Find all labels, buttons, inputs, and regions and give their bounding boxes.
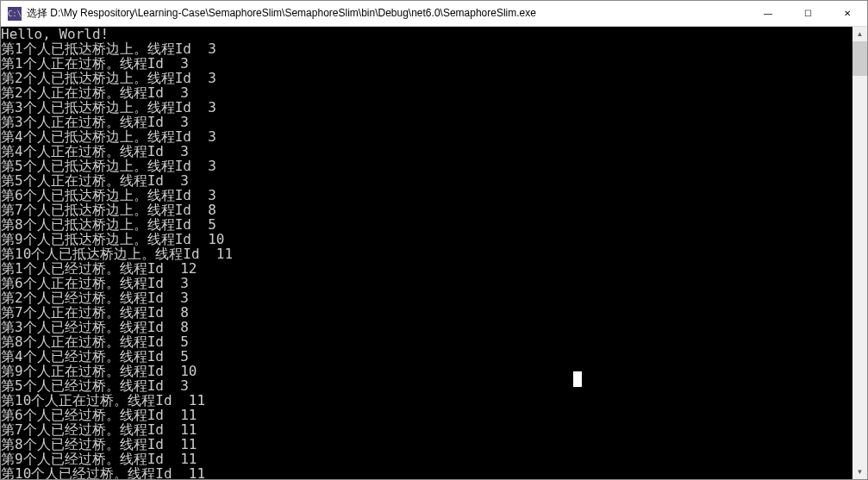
console-line: 第10个人已经过桥。线程Id 11 [1, 466, 852, 479]
titlebar[interactable]: C:\ 选择 D:\My Respository\Learning-Case\S… [1, 1, 867, 27]
console-line: 第5个人正在过桥。线程Id 3 [1, 173, 852, 188]
scroll-down-arrow-icon[interactable]: ▼ [852, 464, 867, 479]
console-line: Hello, World! [1, 27, 852, 41]
window-controls: — ☐ ✕ [748, 1, 867, 26]
minimize-button[interactable]: — [748, 1, 788, 26]
console-line: 第7个人已抵达桥边上。线程Id 8 [1, 203, 852, 217]
console-line: 第9个人已抵达桥边上。线程Id 10 [1, 232, 852, 246]
console-line: 第4个人已经过桥。线程Id 5 [1, 349, 852, 364]
console-line: 第3个人正在过桥。线程Id 3 [1, 115, 852, 129]
console-line: 第7个人已经过桥。线程Id 11 [1, 422, 852, 437]
app-icon: C:\ [8, 7, 22, 21]
console-line: 第9个人正在过桥。线程Id 10 [1, 364, 852, 378]
console-line: 第10个人已抵达桥边上。线程Id 11 [1, 246, 852, 261]
console-output[interactable]: Hello, World!第1个人已抵达桥边上。线程Id 3第1个人正在过桥。线… [1, 27, 852, 479]
console-line: 第9个人已经过桥。线程Id 11 [1, 452, 852, 466]
console-line: 第2个人已经过桥。线程Id 3 [1, 290, 852, 305]
console-line: 第1个人已经过桥。线程Id 12 [1, 261, 852, 276]
scroll-up-arrow-icon[interactable]: ▲ [852, 27, 867, 41]
scrollbar-thumb[interactable] [852, 41, 867, 76]
console-line: 第6个人正在过桥。线程Id 3 [1, 276, 852, 290]
console-line: 第1个人正在过桥。线程Id 3 [1, 56, 852, 71]
console-line: 第3个人已经过桥。线程Id 8 [1, 320, 852, 334]
console-line: 第2个人已抵达桥边上。线程Id 3 [1, 71, 852, 85]
console-line: 第6个人已经过桥。线程Id 11 [1, 408, 852, 422]
window-title: 选择 D:\My Respository\Learning-Case\Semap… [27, 6, 748, 21]
console-line: 第4个人已抵达桥边上。线程Id 3 [1, 129, 852, 144]
console-line: 第3个人已抵达桥边上。线程Id 3 [1, 100, 852, 115]
maximize-button[interactable]: ☐ [788, 1, 827, 26]
console-line: 第7个人正在过桥。线程Id 8 [1, 305, 852, 320]
console-line: 第1个人已抵达桥边上。线程Id 3 [1, 41, 852, 56]
selection-cursor [573, 371, 582, 387]
vertical-scrollbar[interactable]: ▲ ▼ [852, 27, 867, 479]
console-line: 第2个人正在过桥。线程Id 3 [1, 85, 852, 100]
console-line: 第8个人已经过桥。线程Id 11 [1, 437, 852, 452]
console-line: 第6个人已抵达桥边上。线程Id 3 [1, 188, 852, 203]
console-line: 第4个人正在过桥。线程Id 3 [1, 144, 852, 159]
console-line: 第10个人正在过桥。线程Id 11 [1, 393, 852, 408]
console-area[interactable]: Hello, World!第1个人已抵达桥边上。线程Id 3第1个人正在过桥。线… [1, 27, 867, 479]
console-line: 第8个人已抵达桥边上。线程Id 5 [1, 217, 852, 232]
close-button[interactable]: ✕ [827, 1, 867, 26]
console-line: 第5个人已抵达桥边上。线程Id 3 [1, 159, 852, 173]
console-line: 第8个人正在过桥。线程Id 5 [1, 334, 852, 349]
console-line: 第5个人已经过桥。线程Id 3 [1, 378, 852, 393]
